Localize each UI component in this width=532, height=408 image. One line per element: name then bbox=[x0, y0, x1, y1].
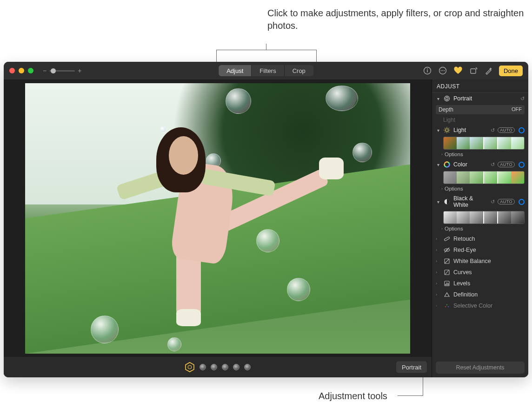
photo-preview bbox=[25, 83, 410, 354]
svg-rect-2 bbox=[427, 70, 428, 72]
light-auto-button[interactable]: AUTO bbox=[498, 127, 515, 133]
adjust-selective-color-row[interactable]: › Selective Color bbox=[432, 300, 528, 311]
light-enabled-toggle[interactable] bbox=[519, 127, 525, 133]
bw-enabled-toggle[interactable] bbox=[519, 199, 525, 205]
zoom-plus-icon: + bbox=[78, 67, 81, 74]
svg-line-16 bbox=[445, 128, 445, 128]
bottom-strip: Portrait bbox=[4, 357, 432, 377]
fullscreen-window-button[interactable] bbox=[28, 68, 33, 73]
bw-options-toggle[interactable]: › Options bbox=[432, 225, 528, 233]
chevron-right-icon: › bbox=[436, 237, 440, 241]
edit-mode-segmented-control: Adjust Filters Crop bbox=[219, 65, 313, 76]
svg-rect-28 bbox=[446, 284, 446, 285]
bw-auto-button[interactable]: AUTO bbox=[498, 199, 515, 204]
minimize-window-button[interactable] bbox=[19, 68, 24, 73]
done-button[interactable]: Done bbox=[499, 66, 523, 76]
portrait-stage-light-icon[interactable] bbox=[222, 364, 228, 370]
close-window-button[interactable] bbox=[9, 68, 15, 73]
portrait-light-sub-label: Light bbox=[443, 117, 455, 123]
adjust-white-balance-row[interactable]: › White Balance bbox=[432, 256, 528, 267]
light-reset-icon[interactable]: ↺ bbox=[491, 127, 495, 133]
portrait-contour-light-icon[interactable] bbox=[211, 364, 217, 370]
adjust-redeye-row[interactable]: › Red-Eye bbox=[432, 244, 528, 256]
curves-label: Curves bbox=[453, 269, 525, 276]
depth-row[interactable]: Depth OFF bbox=[436, 105, 525, 114]
app-window: − + Adjust Filters Crop bbox=[4, 62, 528, 377]
color-enabled-toggle[interactable] bbox=[519, 162, 525, 168]
bandage-icon bbox=[443, 235, 451, 243]
adjust-levels-row[interactable]: › Levels bbox=[432, 278, 528, 289]
sun-icon bbox=[443, 126, 451, 134]
color-auto-button[interactable]: AUTO bbox=[498, 162, 515, 167]
depth-value: OFF bbox=[512, 106, 522, 113]
adjust-bw-row[interactable]: ▾ Black & White ↺ AUTO bbox=[432, 193, 528, 210]
adjust-tab[interactable]: Adjust bbox=[219, 65, 252, 76]
portrait-natural-light-icon[interactable] bbox=[185, 362, 195, 372]
zoom-slider-thumb[interactable] bbox=[51, 68, 56, 73]
info-icon[interactable] bbox=[422, 66, 432, 76]
auto-enhance-icon[interactable] bbox=[484, 66, 494, 76]
portrait-badge-button[interactable]: Portrait bbox=[396, 362, 427, 373]
main-edit-area: Portrait bbox=[4, 79, 432, 377]
bw-reset-icon[interactable]: ↺ bbox=[491, 199, 495, 205]
rotate-icon[interactable] bbox=[468, 66, 479, 76]
crop-tab[interactable]: Crop bbox=[285, 65, 313, 76]
chevron-down-icon: ▾ bbox=[436, 199, 440, 204]
adjust-light-row[interactable]: ▾ Light ↺ AUTO bbox=[432, 125, 528, 136]
favorite-heart-icon[interactable] bbox=[453, 66, 463, 76]
chevron-right-icon: › bbox=[436, 292, 440, 297]
chevron-right-icon: › bbox=[441, 186, 443, 191]
light-thumbnail-strip[interactable] bbox=[443, 137, 525, 150]
chevron-right-icon: › bbox=[436, 303, 440, 308]
color-options-toggle[interactable]: › Options bbox=[432, 185, 528, 193]
levels-label: Levels bbox=[453, 280, 525, 287]
zoom-slider-track[interactable] bbox=[49, 70, 75, 72]
svg-point-1 bbox=[427, 68, 428, 69]
redeye-label: Red-Eye bbox=[453, 247, 525, 253]
palette-icon bbox=[443, 302, 451, 309]
adjust-portrait-row[interactable]: ▾ Portrait ↺ bbox=[432, 93, 528, 104]
portrait-highkey-mono-icon[interactable] bbox=[244, 364, 251, 370]
svg-rect-22 bbox=[444, 237, 450, 241]
svg-rect-29 bbox=[446, 283, 447, 285]
triangle-icon bbox=[443, 291, 451, 298]
traffic-lights bbox=[9, 68, 33, 73]
bw-thumbnail-strip[interactable] bbox=[443, 211, 525, 224]
more-icon[interactable] bbox=[438, 66, 448, 76]
chevron-down-icon: ▾ bbox=[436, 96, 440, 101]
callout-top-text: Click to make adjustments, apply filters… bbox=[267, 7, 532, 32]
reset-adjustments-button[interactable]: Reset Adjustments bbox=[436, 362, 525, 374]
portrait-studio-light-icon[interactable] bbox=[200, 364, 206, 370]
adjust-color-label: Color bbox=[453, 161, 488, 168]
portrait-reset-icon[interactable]: ↺ bbox=[520, 96, 525, 102]
adjust-sidebar: ADJUST ▾ Portrait ↺ Depth OFF bbox=[432, 79, 528, 377]
portrait-light-sub-row: Light bbox=[432, 115, 528, 125]
eye-slash-icon bbox=[443, 246, 451, 254]
adjust-curves-row[interactable]: › Curves bbox=[432, 267, 528, 278]
color-thumbnail-strip[interactable] bbox=[443, 171, 525, 184]
color-wheel-icon bbox=[443, 161, 451, 168]
svg-point-33 bbox=[448, 306, 449, 308]
portrait-stage-mono-icon[interactable] bbox=[233, 364, 239, 370]
white-balance-label: White Balance bbox=[453, 258, 525, 264]
adjust-retouch-row[interactable]: › Retouch bbox=[432, 233, 528, 244]
image-viewport[interactable] bbox=[4, 79, 432, 357]
filters-tab[interactable]: Filters bbox=[252, 65, 284, 76]
chevron-right-icon: › bbox=[436, 259, 440, 263]
adjust-definition-row[interactable]: › Definition bbox=[432, 289, 528, 300]
titlebar: − + Adjust Filters Crop bbox=[4, 62, 528, 79]
depth-label: Depth bbox=[439, 106, 453, 113]
bw-options-label: Options bbox=[445, 226, 463, 231]
half-circle-icon bbox=[443, 198, 451, 205]
callout-bottom-leader bbox=[398, 395, 423, 396]
light-options-toggle[interactable]: › Options bbox=[432, 151, 528, 159]
zoom-slider[interactable]: − + bbox=[43, 67, 81, 74]
chevron-right-icon: › bbox=[441, 152, 443, 157]
chevron-down-icon: ▾ bbox=[436, 128, 440, 133]
color-reset-icon[interactable]: ↺ bbox=[491, 162, 495, 168]
levels-icon bbox=[443, 280, 451, 287]
color-options-label: Options bbox=[445, 186, 463, 191]
light-options-label: Options bbox=[445, 151, 463, 157]
chevron-right-icon: › bbox=[436, 270, 440, 275]
adjust-color-row[interactable]: ▾ Color ↺ AUTO bbox=[432, 159, 528, 170]
